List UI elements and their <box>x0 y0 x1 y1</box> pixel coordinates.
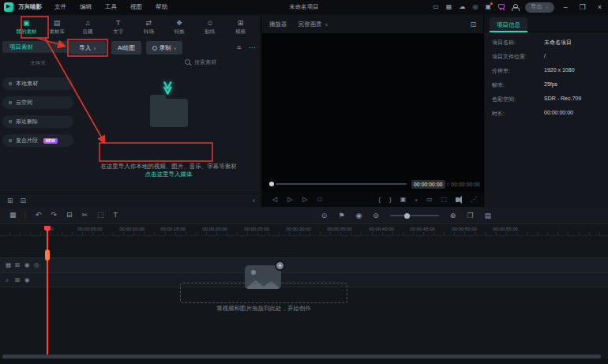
gift-icon[interactable]: ▣ <box>485 4 491 10</box>
audio-track-lock-icon[interactable]: ⊠ <box>15 277 20 283</box>
preview-viewport[interactable] <box>262 33 483 192</box>
user-icon[interactable] <box>512 4 518 11</box>
chevron-down-icon[interactable]: ∨ <box>415 198 418 202</box>
marker-icon[interactable]: ⚑ <box>338 212 344 220</box>
menu-help[interactable]: 帮助 <box>156 3 167 11</box>
timeline-horizontal-scrollbar[interactable] <box>2 355 601 358</box>
render-preview-icon[interactable]: ⊙ <box>321 212 328 220</box>
sidebar-item-recently-deleted[interactable]: 最近删除 <box>2 115 73 128</box>
menu-tools[interactable]: 工具 <box>105 3 117 11</box>
current-timecode: 00:00:00:00 <box>411 180 445 189</box>
audio-track-mute-icon[interactable]: ◉ <box>24 277 30 283</box>
timeline-panel: ▦ | ↶ ↷ ⊟ ✂ ⬚ T ⊙ ⚑ ◉ ⊖ ⊕ ❐ ▤ 0:00 0 <box>0 207 608 359</box>
audio-track-music-icon[interactable]: ♪ <box>6 277 9 283</box>
import-button[interactable]: 导入 ∨ <box>69 41 106 54</box>
play-icon[interactable]: ▷ <box>287 197 292 203</box>
fullscreen-icon[interactable]: ⋰ <box>471 197 477 203</box>
import-folder-illustration[interactable] <box>150 99 188 127</box>
info-row-colorspace: 色彩空间: SDR - Rec.709 <box>492 96 602 103</box>
timeline-dropzone[interactable] <box>180 283 347 303</box>
text-tool-icon[interactable]: T <box>114 212 118 219</box>
scrubber-track[interactable] <box>276 183 407 185</box>
title-bar: 万兴喵影 文件 编辑 工具 视图 帮助 未命名项目 ▭ ▦ ☁ ◎ ▣ 导出 ∨… <box>0 0 608 14</box>
display-icon[interactable]: ▭ <box>433 4 439 10</box>
import-hint-link[interactable]: 点击这里导入媒体 <box>76 171 261 178</box>
tab-audio[interactable]: ♫ 音频 <box>73 17 103 39</box>
playhead-grip[interactable] <box>45 250 50 261</box>
video-track[interactable] <box>0 257 608 273</box>
menu-edit[interactable]: 编辑 <box>80 3 92 11</box>
cloud-icon[interactable]: ☁ <box>459 4 465 10</box>
sidebar-item-cloud-space[interactable]: 云空间 <box>2 96 73 109</box>
sidebar-item-local-media[interactable]: 本地素材 <box>2 77 73 90</box>
cloud-folder-icon <box>9 101 12 104</box>
mark-in-icon[interactable]: { <box>378 197 381 203</box>
save-icon[interactable]: ▦ <box>446 4 452 10</box>
video-track-mute-icon[interactable]: ◉ <box>24 262 30 268</box>
delete-icon[interactable]: ⊟ <box>21 197 27 205</box>
video-track-visibility-icon[interactable]: ◎ <box>34 262 39 268</box>
scrubber-handle[interactable] <box>269 182 274 186</box>
playhead[interactable] <box>47 226 48 355</box>
close-button[interactable]: × <box>595 3 604 11</box>
zoom-fit-icon[interactable]: ❐ <box>467 212 473 220</box>
voiceover-icon[interactable]: ◉ <box>355 212 362 220</box>
timeline-zoom-slider[interactable] <box>390 215 439 216</box>
menu-view[interactable]: 视图 <box>130 3 142 11</box>
new-folder-icon[interactable]: ⊞ <box>7 197 13 205</box>
monitor-icon[interactable]: ▭ <box>426 197 433 203</box>
import-hint-text: 在这里导入你本地的视频、图片、音乐、字幕等素材 <box>76 163 261 171</box>
more-options-icon[interactable]: ⋯ <box>249 44 256 51</box>
timeline-ruler[interactable]: 0:00 00:00:05:00 00:00:10:00 00:00:15:00… <box>0 224 608 236</box>
speaker-icon[interactable] <box>456 197 459 202</box>
app-logo-icon <box>4 2 13 12</box>
transport-controls: ◁ ▷ ▷ □ { } ▣ ∨ ▭ ⬚ ⋰ <box>262 192 483 207</box>
filter-sort-icon[interactable]: ≡ <box>237 44 241 51</box>
delete-icon[interactable]: ⊟ <box>66 212 73 219</box>
ai-draw-button[interactable]: AI绘图 <box>111 41 141 54</box>
restore-button[interactable]: ❐ <box>577 3 588 11</box>
zoom-in-icon[interactable]: ⊕ <box>450 212 456 220</box>
zoom-slider-handle[interactable] <box>404 213 410 219</box>
tab-sticker[interactable]: ☺ 贴纸 <box>195 17 226 39</box>
zoom-out-icon[interactable]: ⊖ <box>373 212 379 220</box>
mark-out-icon[interactable]: } <box>389 197 392 203</box>
crop-icon[interactable]: ⬚ <box>97 212 104 219</box>
video-track-lock-icon[interactable]: ⊠ <box>15 262 20 268</box>
quality-dropdown[interactable]: 完整画质 ∨ <box>298 21 328 28</box>
previous-frame-icon[interactable]: ◁ <box>272 197 277 203</box>
balance-icon[interactable]: ◎ <box>472 4 478 10</box>
undo-icon[interactable]: ↶ <box>36 212 42 219</box>
sidebar-item-compound-clip[interactable]: 复合片段 NEW <box>2 134 73 147</box>
video-track-thumbnail-icon[interactable]: ▦ <box>6 262 11 268</box>
track-manager-icon[interactable]: ▤ <box>484 212 491 220</box>
cart-icon[interactable] <box>498 4 505 9</box>
app-name: 万兴喵影 <box>18 3 42 11</box>
cast-icon[interactable]: ⊡ <box>470 21 476 28</box>
info-row-duration: 时长: 00:00:00:00 <box>492 110 602 118</box>
timeline-toolbar: ▦ | ↶ ↷ ⊟ ✂ ⬚ T ⊙ ⚑ ◉ ⊖ ⊕ ❐ ▤ <box>0 207 608 224</box>
tab-stock-media[interactable]: ▤ 素材库 <box>42 17 73 39</box>
menu-file[interactable]: 文件 <box>54 3 66 11</box>
timeline-toolbar-right: ⊙ ⚑ ◉ ⊖ ⊕ ❐ ▤ <box>321 207 491 224</box>
search-input[interactable] <box>194 59 235 65</box>
tab-text[interactable]: T 文字 <box>103 17 133 39</box>
template-icon: ⊞ <box>238 20 244 27</box>
stop-icon[interactable]: □ <box>317 197 321 203</box>
record-button[interactable]: 录制 ∨ <box>146 41 182 54</box>
crop-icon[interactable]: ⬚ <box>441 197 447 203</box>
tab-transition[interactable]: ⇄ 转场 <box>133 17 164 39</box>
snapshot-icon[interactable]: ▣ <box>400 197 407 203</box>
export-button[interactable]: 导出 ∨ <box>525 2 554 13</box>
tab-template[interactable]: ⊞ 模板 <box>225 17 256 39</box>
tab-effects[interactable]: ❖ 特效 <box>164 17 195 39</box>
media-bin-icon[interactable]: ▦ <box>9 212 17 219</box>
redo-icon[interactable]: ↷ <box>51 212 57 219</box>
collapse-panel-icon[interactable]: ‹ <box>253 197 255 205</box>
next-frame-icon[interactable]: ▷ <box>302 197 307 203</box>
split-icon[interactable]: ✂ <box>82 212 88 219</box>
minimize-button[interactable]: – <box>561 3 570 11</box>
sidebar-item-project-media[interactable]: 项目素材 <box>2 41 73 53</box>
tab-my-media[interactable]: ▣ 我的素材 <box>11 17 42 39</box>
tab-project-info[interactable]: 项目信息 <box>490 17 527 32</box>
